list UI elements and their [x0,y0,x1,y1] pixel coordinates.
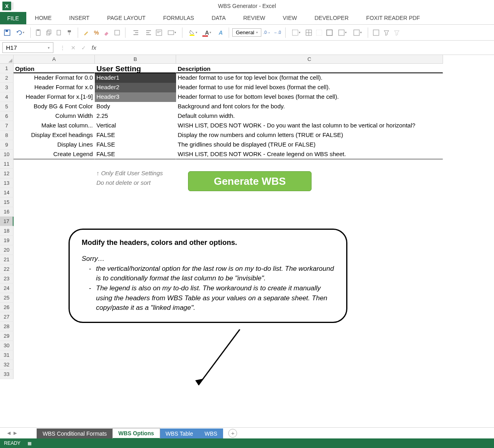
format-painter-icon[interactable] [65,28,74,37]
delete-cells-icon[interactable]: ▾ [350,28,365,37]
fill-color-icon[interactable]: ▾ [186,28,200,37]
enter-icon[interactable]: ✓ [81,45,86,51]
tab-developer[interactable]: DEVELOPER [306,12,357,24]
row-header-3[interactable]: 3 [0,83,14,92]
fill-icon[interactable] [112,28,122,37]
row-header-12[interactable]: 12 [0,169,14,178]
row-header-8[interactable]: 8 [0,131,14,140]
cell-user-setting[interactable]: FALSE [95,131,176,140]
add-sheet-button[interactable]: + [228,429,237,438]
col-header-c[interactable]: C [176,55,443,64]
row-header-31[interactable]: 31 [0,350,14,360]
cell-user-setting[interactable]: Body [95,102,176,112]
row-header-10[interactable]: 10 [0,150,14,159]
paste-icon[interactable] [34,28,43,37]
row-header-33[interactable]: 33 [0,370,14,379]
tab-home[interactable]: HOME [26,12,61,24]
row-header-1[interactable]: 1 [0,64,14,73]
row-header-32[interactable]: 32 [0,360,14,370]
save-icon[interactable] [2,28,12,37]
sheet-nav-prev-icon[interactable]: ◀ [7,430,10,436]
tab-data[interactable]: DATA [203,12,234,24]
row-header-21[interactable]: 21 [0,255,14,264]
wrap-text-icon[interactable] [154,28,164,37]
eraser-icon[interactable] [102,28,112,37]
tab-foxit[interactable]: FOXIT READER PDF [357,12,429,24]
row-header-20[interactable]: 20 [0,245,14,255]
generate-wbs-button[interactable]: Generate WBS [188,171,312,191]
number-format-selector[interactable]: General▾ [232,28,261,37]
tab-view[interactable]: VIEW [274,12,306,24]
cell-description[interactable]: WISH LIST, DOES NOT WORK - Do you want t… [176,121,443,131]
row-header-2[interactable]: 2 [0,73,14,83]
sheet-nav-next-icon[interactable]: ▶ [14,430,17,436]
sort-filter-icon[interactable] [382,28,391,37]
tab-review[interactable]: REVIEW [234,12,274,24]
cell-option-header[interactable]: Option [14,64,95,73]
indent-decrease-icon[interactable] [129,28,143,37]
cell-user-setting[interactable]: Header2 [95,83,176,92]
cell-option[interactable]: Column Width [14,112,95,121]
undo-icon[interactable]: ▾ [13,28,27,37]
cell-option[interactable]: Create Legend [14,150,95,159]
row-header-9[interactable]: 9 [0,140,14,150]
cell-user-setting[interactable]: Header3 [95,92,176,102]
cell-option[interactable]: Make last column... [14,121,95,131]
cut-icon[interactable] [55,28,64,37]
row-header-13[interactable]: 13 [0,178,14,188]
find-icon[interactable] [392,28,402,37]
row-header-23[interactable]: 23 [0,274,14,284]
row-header-25[interactable]: 25 [0,293,14,303]
row-header-27[interactable]: 27 [0,312,14,322]
border-all-icon[interactable] [304,28,314,37]
merge-icon[interactable]: ▾ [165,28,179,37]
cell-option[interactable]: Header Format for x.[1-9] [14,92,95,102]
sheet-tab-wbs[interactable]: WBS [199,428,223,438]
col-header-b[interactable]: B [95,55,176,64]
formula-input[interactable] [100,41,494,55]
fx-icon[interactable]: fx [92,44,96,51]
cell-user-setting[interactable]: 2.25 [95,112,176,121]
brush-icon[interactable] [81,28,91,37]
row-header-7[interactable]: 7 [0,121,14,131]
row-header-15[interactable]: 15 [0,198,14,207]
row-header-19[interactable]: 19 [0,236,14,245]
cell-option[interactable]: Body BG & Font Color [14,102,95,112]
row-header-18[interactable]: 18 [0,226,14,236]
row-header-29[interactable]: 29 [0,331,14,341]
tab-insert[interactable]: INSERT [61,12,98,24]
cell-usersetting-header[interactable]: User Setting [95,64,176,73]
cell-description-header[interactable]: Description [176,64,443,73]
cell-option[interactable]: Display Excel headings [14,131,95,140]
select-all-corner[interactable] [0,55,14,64]
row-header-6[interactable]: 6 [0,112,14,121]
clear-format-icon[interactable]: A [216,28,225,37]
row-header-28[interactable]: 28 [0,322,14,331]
cell-user-setting[interactable]: Vertical [95,121,176,131]
border-none-icon[interactable] [314,28,324,37]
cells-area[interactable]: Option User Setting Description Header F… [14,64,443,379]
file-tab[interactable]: FILE [0,12,26,24]
borders-icon[interactable]: ▾ [289,28,303,37]
autosum-icon[interactable] [371,28,381,37]
sheet-tab-conditional-formats[interactable]: WBS Conditional Formats [37,428,113,438]
cell-description[interactable]: Background and font colors for the body. [176,102,443,112]
font-color-icon[interactable]: A▾ [201,28,215,37]
indent-increase-icon[interactable] [144,28,153,37]
row-header-26[interactable]: 26 [0,303,14,312]
cell-user-setting[interactable]: Header1 [95,73,176,83]
cell-description[interactable]: Default column width. [176,112,443,121]
row-header-17[interactable]: 17 [0,217,14,226]
macro-record-icon[interactable]: ▦ [27,441,31,446]
cell-user-setting[interactable]: FALSE [95,150,176,159]
tab-page-layout[interactable]: PAGE LAYOUT [98,12,155,24]
cell-description[interactable]: Display the row numbers and column lette… [176,131,443,140]
row-header-14[interactable]: 14 [0,188,14,198]
row-header-30[interactable]: 30 [0,341,14,350]
row-header-22[interactable]: 22 [0,264,14,274]
insert-cells-icon[interactable]: ▾ [335,28,349,37]
sheet-tab-wbs-options[interactable]: WBS Options [112,428,160,439]
increase-decimal-icon[interactable]: .0→ [262,28,272,37]
col-header-a[interactable]: A [14,55,95,64]
cell-description[interactable]: Header format to use for mid level boxes… [176,83,443,92]
